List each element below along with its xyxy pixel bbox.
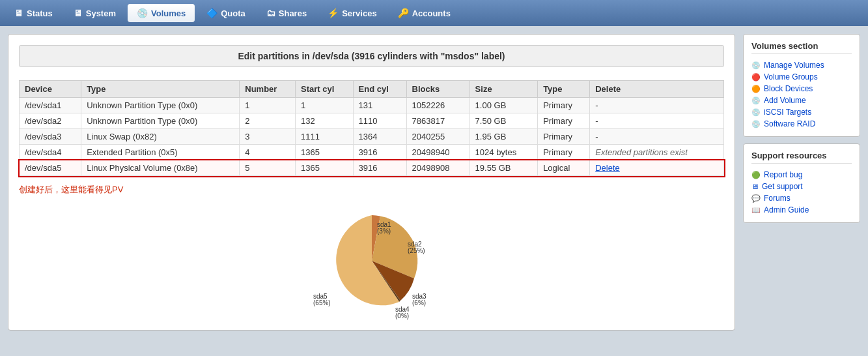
sidebar-block-devices[interactable]: 🟠 Block Devices — [751, 83, 852, 95]
nav-system[interactable]: 🖥 System — [64, 4, 125, 22]
col-number: Number — [240, 81, 296, 98]
sidebar-add-volume[interactable]: 💿 Add Volume — [751, 95, 852, 106]
cell-end-cyl: 1364 — [353, 129, 406, 145]
pie-chart: sda1 (3%) sda2 (25%) sda3 (6%) sda4 (0%)… — [287, 202, 456, 319]
forums-label: Forums — [764, 194, 791, 203]
admin-guide-icon: 📖 — [751, 206, 761, 215]
cell-blocks: 20498940 — [406, 145, 469, 160]
volume-groups-label: Volume Groups — [764, 72, 818, 82]
nav-quota[interactable]: 🔷 Quota — [197, 4, 255, 22]
content-area: Edit partitions in /dev/sda (3916 cylind… — [8, 34, 735, 331]
col-part-type: Type — [538, 81, 590, 98]
cell-device: /dev/sda5 — [20, 160, 81, 176]
admin-guide-label: Admin Guide — [764, 205, 809, 215]
cell-number: 3 — [240, 129, 296, 145]
volumes-section-title: Volumes section — [751, 41, 852, 54]
cell-type: Linux Swap (0x82) — [81, 129, 240, 145]
volumes-icon: 💿 — [137, 8, 148, 18]
sidebar-volume-groups[interactable]: 🔴 Volume Groups — [751, 71, 852, 83]
shares-icon: 🗂 — [266, 8, 275, 18]
report-bug-icon: 🟢 — [751, 171, 761, 179]
support-section-box: Support resources 🟢 Report bug 🖥 Get sup… — [743, 143, 860, 223]
cell-part-type: Primary — [538, 145, 590, 160]
cell-size: 1.95 GB — [469, 129, 538, 145]
cell-size: 7.50 GB — [469, 113, 538, 129]
nav-status-label: Status — [27, 8, 53, 18]
block-devices-icon: 🟠 — [751, 85, 761, 93]
software-raid-label: Software RAID — [764, 119, 815, 128]
cell-start-cyl: 1111 — [296, 129, 354, 145]
cell-number: 5 — [240, 160, 296, 176]
iscsi-icon: 💿 — [751, 108, 761, 117]
cell-end-cyl: 131 — [353, 98, 406, 113]
sidebar-get-support[interactable]: 🖥 Get support — [751, 181, 852, 192]
sidebar-manage-volumes[interactable]: 💿 Manage Volumes — [751, 59, 852, 71]
delete-link[interactable]: Delete — [595, 163, 620, 173]
cell-start-cyl: 132 — [296, 113, 354, 129]
nav-status[interactable]: 🖥 Status — [5, 4, 62, 22]
table-row: /dev/sda3Linux Swap (0x82)31111136420402… — [20, 129, 724, 145]
cell-delete: Extended partitions exist — [590, 145, 724, 160]
status-icon: 🖥 — [14, 8, 23, 18]
cell-size: 1.00 GB — [469, 98, 538, 113]
label-sda1-pct: (3%) — [377, 228, 391, 235]
cell-delete[interactable]: Delete — [590, 160, 724, 176]
software-raid-icon: 💿 — [751, 120, 761, 128]
sidebar: Volumes section 💿 Manage Volumes 🔴 Volum… — [743, 34, 860, 331]
manage-volumes-label: Manage Volumes — [764, 61, 824, 70]
nav-accounts[interactable]: 🔑 Accounts — [389, 4, 460, 22]
manage-volumes-icon: 💿 — [751, 61, 761, 70]
sidebar-software-raid[interactable]: 💿 Software RAID — [751, 118, 852, 130]
main-layout: Edit partitions in /dev/sda (3916 cylind… — [0, 26, 868, 338]
label-sda5-pct: (65%) — [313, 299, 331, 306]
cell-part-type: Primary — [538, 113, 590, 129]
sidebar-iscsi-targets[interactable]: 💿 iSCSI Targets — [751, 106, 852, 118]
sidebar-admin-guide[interactable]: 📖 Admin Guide — [751, 204, 852, 216]
support-section-title: Support resources — [751, 151, 852, 164]
sidebar-report-bug[interactable]: 🟢 Report bug — [751, 169, 852, 181]
annotation-text: 创建好后，这里能看得见PV — [19, 184, 724, 196]
col-end-cyl: End cyl — [353, 81, 406, 98]
nav-services-label: Services — [342, 8, 377, 18]
cell-device: /dev/sda2 — [20, 113, 81, 129]
cell-part-type: Primary — [538, 98, 590, 113]
nav-volumes[interactable]: 💿 Volumes — [128, 4, 195, 22]
nav-system-label: System — [86, 8, 116, 18]
cell-delete: - — [590, 129, 724, 145]
system-icon: 🖥 — [74, 8, 83, 18]
cell-start-cyl: 1365 — [296, 145, 354, 160]
cell-blocks: 20498908 — [406, 160, 469, 176]
cell-end-cyl: 3916 — [353, 160, 406, 176]
col-device: Device — [20, 81, 81, 98]
sidebar-forums[interactable]: 💬 Forums — [751, 192, 852, 204]
quota-icon: 🔷 — [206, 8, 217, 18]
cell-device: /dev/sda4 — [20, 145, 81, 160]
nav-services[interactable]: ⚡ Services — [318, 4, 386, 22]
cell-number: 4 — [240, 145, 296, 160]
services-icon: ⚡ — [328, 8, 339, 18]
nav-quota-label: Quota — [221, 8, 245, 18]
col-delete: Delete — [590, 81, 724, 98]
cell-end-cyl: 3916 — [353, 145, 406, 160]
table-row: /dev/sda5Linux Physical Volume (0x8e)513… — [20, 160, 724, 176]
top-navigation: 🖥 Status 🖥 System 💿 Volumes 🔷 Quota 🗂 Sh… — [0, 0, 868, 26]
col-size: Size — [469, 81, 538, 98]
volumes-section-box: Volumes section 💿 Manage Volumes 🔴 Volum… — [743, 34, 860, 137]
cell-type: Extended Partition (0x5) — [81, 145, 240, 160]
chart-area: sda1 (3%) sda2 (25%) sda3 (6%) sda4 (0%)… — [19, 202, 724, 319]
nav-volumes-label: Volumes — [151, 8, 186, 18]
cell-part-type: Logical — [538, 160, 590, 176]
cell-type: Unknown Partition Type (0x0) — [81, 113, 240, 129]
cell-start-cyl: 1365 — [296, 160, 354, 176]
cell-number: 1 — [240, 98, 296, 113]
volume-groups-icon: 🔴 — [751, 73, 761, 82]
cell-blocks: 7863817 — [406, 113, 469, 129]
accounts-icon: 🔑 — [398, 8, 409, 18]
nav-shares[interactable]: 🗂 Shares — [257, 4, 316, 22]
cell-end-cyl: 1110 — [353, 113, 406, 129]
cell-blocks: 2040255 — [406, 129, 469, 145]
cell-type: Unknown Partition Type (0x0) — [81, 98, 240, 113]
page-title: Edit partitions in /dev/sda (3916 cylind… — [19, 45, 724, 67]
get-support-icon: 🖥 — [751, 183, 759, 190]
iscsi-label: iSCSI Targets — [764, 108, 811, 117]
